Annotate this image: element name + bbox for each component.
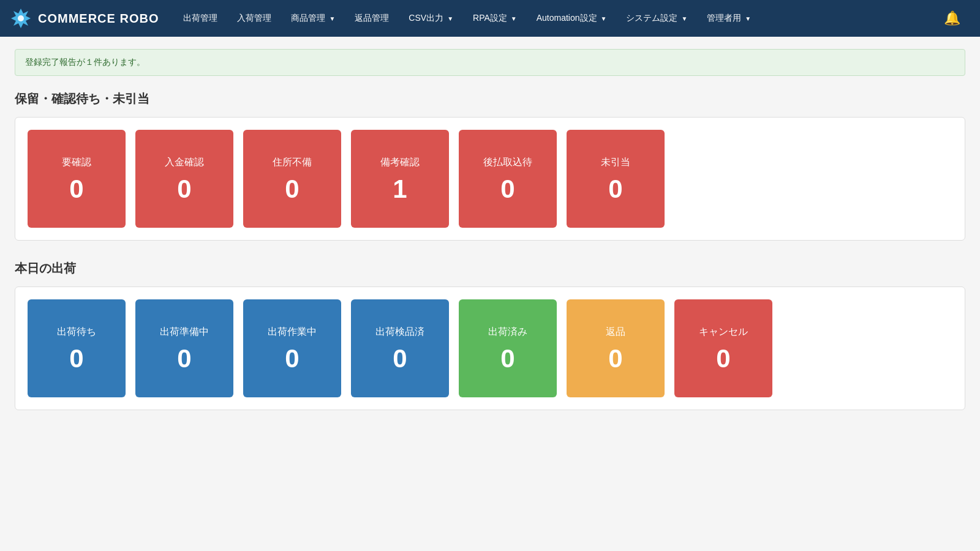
card-value: 0 [500, 346, 514, 372]
section1-title: 保留・確認待ち・未引当 [15, 91, 965, 107]
nav-item-product-management[interactable]: 商品管理 ▼ [281, 0, 345, 37]
card-label: 住所不備 [273, 156, 312, 169]
logo[interactable]: Commerce Robo [10, 7, 159, 29]
nav-item-automation-settings[interactable]: Automation設定 ▼ [527, 0, 617, 37]
section2-card-2[interactable]: 出荷作業中 0 [243, 299, 341, 397]
section2-card-0[interactable]: 出荷待ち 0 [28, 299, 126, 397]
nav-item-receiving-management[interactable]: 入荷管理 [227, 0, 281, 37]
section1-card-5[interactable]: 未引当 0 [567, 130, 665, 228]
card-label: 後払取込待 [483, 156, 532, 169]
logo-text: Commerce Robo [38, 12, 159, 26]
nav-item-admin[interactable]: 管理者用 ▼ [697, 0, 761, 37]
section1-card-container: 要確認 0 入金確認 0 住所不備 0 備考確認 1 後払取込待 0 未引当 0 [15, 117, 965, 241]
card-value: 0 [500, 176, 514, 202]
card-value: 0 [177, 346, 191, 372]
chevron-down-icon: ▼ [511, 15, 517, 22]
section2-card-3[interactable]: 出荷検品済 0 [351, 299, 449, 397]
card-label: キャンセル [699, 326, 748, 339]
svg-point-1 [18, 15, 24, 21]
chevron-down-icon: ▼ [745, 15, 751, 22]
card-value: 0 [69, 346, 83, 372]
card-label: 出荷検品済 [375, 326, 424, 339]
section2-card-container: 出荷待ち 0 出荷準備中 0 出荷作業中 0 出荷検品済 0 出荷済み 0 返品… [15, 287, 965, 410]
card-label: 未引当 [601, 156, 630, 169]
card-value: 0 [608, 176, 622, 202]
section2-card-4[interactable]: 出荷済み 0 [459, 299, 557, 397]
nav-item-csv-output[interactable]: CSV出力 ▼ [399, 0, 463, 37]
main-nav: Commerce Robo 出荷管理 入荷管理 商品管理 ▼ 返品管理 CSV出… [0, 0, 980, 37]
section2-card-5[interactable]: 返品 0 [567, 299, 665, 397]
card-value: 0 [393, 346, 407, 372]
logo-icon [10, 7, 32, 29]
card-value: 0 [716, 346, 730, 372]
card-label: 入金確認 [165, 156, 204, 169]
section2-title: 本日の出荷 [15, 260, 965, 277]
chevron-down-icon: ▼ [681, 15, 687, 22]
section1-card-2[interactable]: 住所不備 0 [243, 130, 341, 228]
card-value: 0 [285, 346, 299, 372]
notification-banner: 登録完了報告が１件あります。 [15, 49, 965, 76]
section2-card-1[interactable]: 出荷準備中 0 [135, 299, 233, 397]
nav-item-rpa-settings[interactable]: RPA設定 ▼ [463, 0, 527, 37]
section2-card-6[interactable]: キャンセル 0 [674, 299, 772, 397]
card-value: 0 [69, 176, 83, 202]
notification-bell[interactable]: 🔔 [934, 10, 970, 26]
nav-items: 出荷管理 入荷管理 商品管理 ▼ 返品管理 CSV出力 ▼ RPA設定 ▼ Au… [173, 0, 934, 37]
nav-item-shipment-management[interactable]: 出荷管理 [173, 0, 227, 37]
card-value: 1 [393, 176, 407, 202]
card-label: 返品 [606, 326, 625, 339]
section1-card-4[interactable]: 後払取込待 0 [459, 130, 557, 228]
card-label: 出荷待ち [57, 326, 96, 339]
card-label: 出荷作業中 [268, 326, 317, 339]
card-label: 備考確認 [380, 156, 420, 169]
card-value: 0 [608, 346, 622, 372]
card-value: 0 [285, 176, 299, 202]
section1-card-1[interactable]: 入金確認 0 [135, 130, 233, 228]
chevron-down-icon: ▼ [601, 15, 607, 22]
nav-item-system-settings[interactable]: システム設定 ▼ [616, 0, 697, 37]
main-content: 登録完了報告が１件あります。 保留・確認待ち・未引当 要確認 0 入金確認 0 … [0, 37, 980, 442]
card-label: 出荷済み [488, 326, 527, 339]
card-label: 要確認 [62, 156, 91, 169]
chevron-down-icon: ▼ [447, 15, 453, 22]
card-value: 0 [177, 176, 191, 202]
nav-item-return-management[interactable]: 返品管理 [345, 0, 399, 37]
notification-text: 登録完了報告が１件あります。 [25, 57, 145, 67]
section1-card-0[interactable]: 要確認 0 [28, 130, 126, 228]
card-label: 出荷準備中 [160, 326, 209, 339]
section1-card-3[interactable]: 備考確認 1 [351, 130, 449, 228]
chevron-down-icon: ▼ [329, 15, 335, 22]
